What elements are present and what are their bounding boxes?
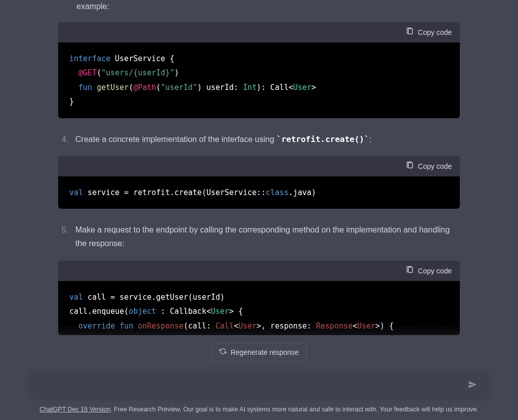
footer-text: . Free Research Preview. Our goal is to … bbox=[110, 406, 478, 413]
clipboard-icon bbox=[406, 266, 414, 275]
version-link[interactable]: ChatGPT Dec 15 Version bbox=[39, 406, 110, 413]
copy-code-button[interactable]: Copy code bbox=[406, 161, 452, 171]
list-number: 4. bbox=[58, 132, 68, 146]
svg-rect-2 bbox=[408, 267, 412, 273]
copy-code-label: Copy code bbox=[418, 267, 452, 275]
clipboard-icon bbox=[406, 27, 414, 37]
list-body: Make a request to the endpoint by callin… bbox=[75, 223, 460, 250]
intro-text: example: bbox=[76, 0, 460, 13]
code-body: val service = retrofit.create(UserServic… bbox=[58, 176, 460, 209]
code-header: Copy code bbox=[58, 261, 460, 281]
regenerate-response-button[interactable]: Regenerate response bbox=[212, 343, 307, 361]
send-icon bbox=[468, 383, 477, 391]
code-body: val call = service.getUser(userId) call.… bbox=[58, 281, 460, 336]
code-header: Copy code bbox=[58, 156, 460, 176]
copy-code-button[interactable]: Copy code bbox=[406, 266, 452, 275]
code-block-1: Copy code interface UserService { @GET("… bbox=[58, 22, 460, 118]
copy-code-label: Copy code bbox=[418, 28, 452, 36]
refresh-icon bbox=[220, 348, 227, 356]
code-block-2: Copy code val service = retrofit.create(… bbox=[58, 156, 460, 209]
code-block-3: Copy code val call = service.getUser(use… bbox=[58, 261, 460, 336]
clipboard-icon bbox=[406, 161, 414, 171]
svg-rect-0 bbox=[408, 29, 412, 34]
chat-input[interactable] bbox=[39, 381, 466, 390]
chat-input-bar bbox=[31, 372, 487, 398]
list-item-5: 5. Make a request to the endpoint by cal… bbox=[58, 223, 460, 250]
message-content: example: Copy code interface UserService… bbox=[58, 0, 460, 335]
code-body: interface UserService { @GET("users/{use… bbox=[58, 42, 460, 118]
list-item-4: 4. Create a concrete implementation of t… bbox=[58, 132, 460, 146]
code-header: Copy code bbox=[58, 22, 460, 42]
list-number: 5. bbox=[58, 223, 68, 250]
copy-code-button[interactable]: Copy code bbox=[406, 27, 452, 37]
svg-rect-1 bbox=[408, 163, 412, 168]
copy-code-label: Copy code bbox=[418, 162, 452, 170]
list-body: Create a concrete implementation of the … bbox=[75, 132, 460, 146]
regenerate-label: Regenerate response bbox=[231, 348, 299, 356]
inline-code: `retrofit.create()` bbox=[277, 134, 369, 144]
footer-disclaimer: ChatGPT Dec 15 Version. Free Research Pr… bbox=[0, 406, 518, 413]
send-button[interactable] bbox=[466, 378, 479, 393]
